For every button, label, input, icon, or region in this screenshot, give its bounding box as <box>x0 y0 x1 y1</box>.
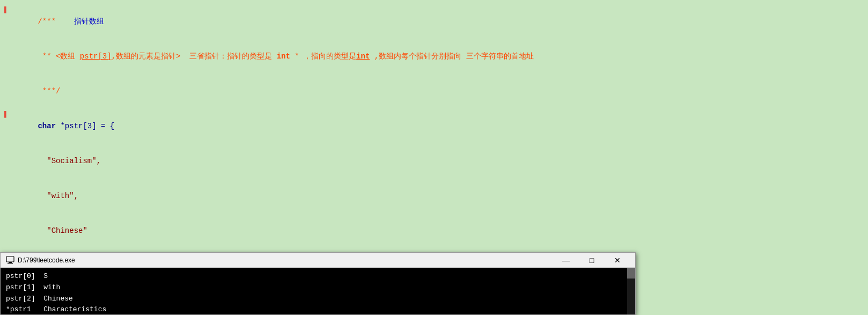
terminal-output-line-4: *pstr1 Characteristics <box>6 304 630 314</box>
code-line-1: ▌ /*** 指针数组 <box>4 4 868 39</box>
code-line-7: "Chinese" <box>4 214 868 248</box>
code-line-1-content: /*** 指针数组 <box>9 4 868 39</box>
terminal-body: pstr[0] S pstr[1] with pstr[2] Chinese *… <box>1 268 635 314</box>
terminal-scrollbar-thumb[interactable] <box>627 268 635 279</box>
terminal-output-line-3: pstr[2] Chinese <box>6 294 630 305</box>
svg-rect-1 <box>9 262 12 263</box>
code-line-2-content: ** <数组 pstr[3],数组的元素是指针> 三省指针：指针的类型是 int… <box>9 39 868 74</box>
terminal-window: D:\799\leetcode.exe — □ ✕ pstr[0] S pstr… <box>0 252 636 315</box>
maximize-button[interactable]: □ <box>579 253 604 268</box>
terminal-scrollbar[interactable] <box>627 268 635 314</box>
minimize-button[interactable]: — <box>554 253 578 268</box>
svg-rect-2 <box>8 263 13 263</box>
code-line-6: "with", <box>4 179 868 214</box>
terminal-output-line-1: pstr[0] S <box>6 271 630 282</box>
terminal-controls: — □ ✕ <box>554 253 630 268</box>
close-button[interactable]: ✕ <box>605 253 630 268</box>
code-line-2: ** <数组 pstr[3],数组的元素是指针> 三省指针：指针的类型是 int… <box>4 39 868 74</box>
code-line-5: "Socialism", <box>4 144 868 179</box>
line-marker-1: ▌ <box>4 5 9 16</box>
terminal-icon <box>6 256 14 265</box>
terminal-output-line-2: pstr[1] with <box>6 282 630 294</box>
terminal-title-text: D:\799\leetcode.exe <box>18 257 75 264</box>
code-line-3: ***/ <box>4 74 868 109</box>
code-editor: ▌ /*** 指针数组 ** <数组 pstr[3],数组的元素是指针> 三省指… <box>0 0 868 252</box>
terminal-titlebar: D:\799\leetcode.exe — □ ✕ <box>1 253 635 268</box>
line-marker-4: ▌ <box>4 110 9 120</box>
terminal-title-bar: D:\799\leetcode.exe <box>6 256 75 265</box>
svg-rect-0 <box>6 257 14 262</box>
code-line-4: ▌ char *pstr[3] = { <box>4 109 868 144</box>
